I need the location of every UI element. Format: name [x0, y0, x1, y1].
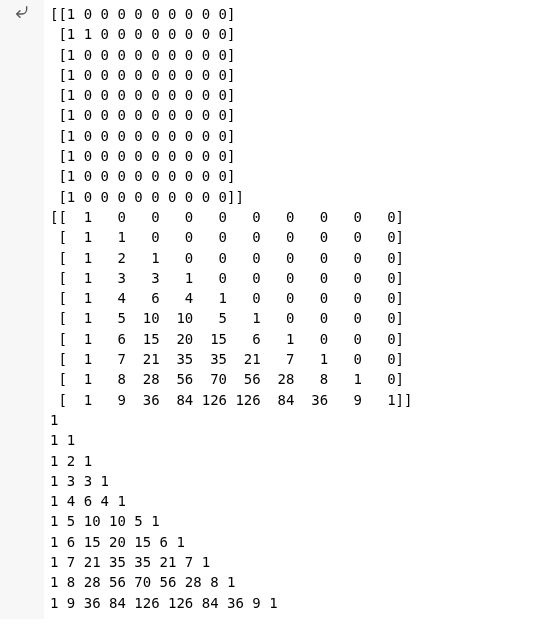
execute-icon[interactable]: [14, 4, 30, 619]
output-area: [[1 0 0 0 0 0 0 0 0 0] [1 1 0 0 0 0 0 0 …: [44, 0, 533, 619]
output-cell: [[1 0 0 0 0 0 0 0 0 0] [1 1 0 0 0 0 0 0 …: [0, 0, 533, 619]
cell-gutter: [0, 0, 44, 619]
